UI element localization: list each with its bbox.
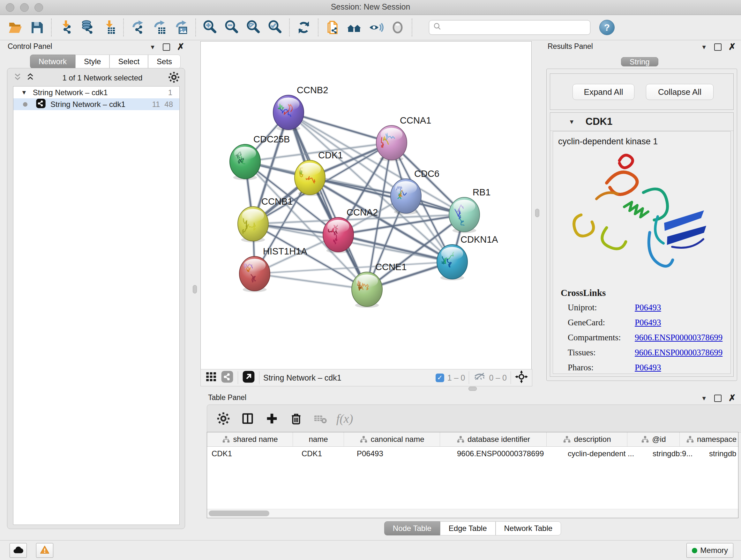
warnings-button[interactable] [36, 543, 53, 558]
collapse-all-button[interactable]: Collapse All [646, 84, 714, 100]
right-splitter-handle[interactable] [535, 209, 539, 217]
network-row[interactable]: String Network – cdk1 11 48 [13, 98, 179, 110]
pan-crosshair-icon[interactable] [515, 370, 528, 385]
column-header-shared-name[interactable]: shared name [207, 432, 293, 446]
bottom-splitter-handle[interactable] [468, 387, 477, 391]
hidden-eye-icon[interactable] [473, 370, 486, 385]
cytoscape-window: Session: New Session ? Control Panel ▼ ✗… [0, 0, 741, 560]
crosslink-row: Uniprot: P06493 [553, 300, 731, 315]
cloud-status-button[interactable] [10, 543, 27, 558]
gene-details: cyclin-dependent kinase 1 CrossLinks Uni… [553, 131, 731, 374]
table-panel-close-icon[interactable]: ✗ [729, 394, 736, 402]
network-canvas[interactable]: CCNB2 CCNA1 CDC25B CDK1 CDC6 R [200, 41, 532, 369]
control-panel-menu-icon[interactable]: ▼ [150, 44, 156, 50]
edge[interactable] [255, 273, 367, 289]
left-splitter-handle[interactable] [193, 285, 197, 294]
network-view-toolbar: String Network – cdk1 ✓ 1 – 0 0 – 0 [200, 369, 532, 386]
attribute-type-icon [359, 435, 368, 444]
refresh-view-button[interactable] [295, 19, 313, 36]
zoom-in-button[interactable] [201, 19, 219, 36]
control-panel-float-icon[interactable] [163, 44, 170, 51]
zoom-fit-button[interactable] [245, 19, 262, 36]
tab-sets[interactable]: Sets [148, 55, 181, 69]
table-panel-menu-icon[interactable]: ▼ [701, 395, 707, 401]
tab-style[interactable]: Style [75, 55, 110, 69]
tab-edge-table[interactable]: Edge Table [440, 521, 495, 536]
export-network-button[interactable] [129, 19, 146, 36]
column-header-database-identifier[interactable]: database identifier [440, 432, 547, 446]
crosslink-row: Pharos: P06493 [553, 360, 731, 375]
string-labels-button[interactable] [367, 19, 385, 36]
table-row[interactable]: CDK1CDK1P064939606.ENSP00000378699cyclin… [207, 447, 738, 461]
delete-table-icon [311, 409, 330, 428]
collapse-all-networks-icon[interactable] [12, 71, 24, 84]
crosslink-link[interactable]: P06493 [635, 303, 661, 313]
node-RB1[interactable]: RB1 [449, 187, 490, 233]
expand-all-networks-icon[interactable] [24, 71, 37, 84]
open-view-icon[interactable] [242, 370, 255, 385]
zoom-selected-button[interactable] [266, 19, 284, 36]
network-graph[interactable]: CCNB2 CCNA1 CDC25B CDK1 CDC6 R [201, 42, 531, 369]
node-CDKN1A[interactable]: CDKN1A [437, 234, 498, 280]
table-horizontal-scrollbar[interactable] [207, 509, 738, 518]
import-network-button[interactable] [57, 19, 74, 36]
network-share-icon[interactable] [220, 370, 234, 385]
export-table-button[interactable] [151, 19, 168, 36]
protein-structure-image [559, 148, 725, 282]
tab-select[interactable]: Select [110, 55, 148, 69]
create-column-icon[interactable] [263, 409, 281, 428]
open-session-button[interactable] [7, 19, 24, 36]
results-panel-float-icon[interactable] [714, 44, 722, 51]
crosslink-link[interactable]: 9606.ENSP00000378699 [635, 333, 723, 343]
export-image-button[interactable] [173, 19, 190, 36]
network-collection-row[interactable]: ▼ String Network – cdk1 1 [13, 86, 179, 98]
crosslink-row: Tissues: 9606.ENSP00000378699 [553, 345, 731, 360]
node-label-CDK1: CDK1 [318, 150, 343, 160]
string-home-button[interactable] [346, 19, 363, 36]
toolbar-divider [195, 18, 196, 37]
import-database-button[interactable] [79, 19, 96, 36]
crosslink-link[interactable]: 9606.ENSP00000378699 [635, 348, 723, 358]
string-eye-button[interactable] [389, 19, 406, 36]
node-HIST1H1A[interactable]: HIST1H1A [239, 246, 307, 292]
scrollbar-thumb[interactable] [209, 510, 269, 516]
table-panel-float-icon[interactable] [714, 395, 722, 402]
node-CCNE1[interactable]: CCNE1 [352, 262, 407, 308]
import-table-button[interactable] [100, 19, 118, 36]
zoom-out-button[interactable] [223, 19, 240, 36]
expand-all-button[interactable]: Expand All [572, 84, 634, 100]
search-input[interactable] [443, 21, 590, 34]
network-options-gear-icon[interactable] [167, 71, 180, 85]
results-panel-close-icon[interactable]: ✗ [729, 43, 736, 51]
toolbar-divider [51, 18, 52, 37]
tab-node-table[interactable]: Node Table [384, 521, 440, 536]
collection-expander-icon[interactable]: ▼ [21, 89, 27, 96]
column-header-description[interactable]: description [547, 432, 627, 446]
string-document-button[interactable] [324, 19, 341, 36]
crosslink-link[interactable]: P06493 [635, 363, 661, 373]
birds-eye-grid-icon[interactable] [205, 370, 218, 385]
table-options-gear-icon[interactable] [214, 409, 232, 428]
crosslink-label: Tissues: [568, 348, 635, 358]
column-header-@id[interactable]: @id [627, 432, 680, 446]
network-tree: ▼ String Network – cdk1 1 String Network… [13, 86, 180, 525]
memory-button[interactable]: Memory [686, 543, 733, 558]
control-panel-title: Control Panel [8, 40, 52, 53]
column-header-namespace[interactable]: namespace [680, 432, 738, 446]
gene-expander-icon[interactable]: ▼ [569, 119, 575, 125]
control-panel-close-icon[interactable]: ✗ [177, 43, 185, 51]
tab-network[interactable]: Network [30, 55, 75, 69]
results-panel-menu-icon[interactable]: ▼ [701, 44, 707, 50]
show-columns-icon[interactable] [239, 409, 257, 428]
crosslink-link[interactable]: P06493 [635, 318, 661, 327]
node-label-HIST1H1A: HIST1H1A [263, 246, 307, 256]
delete-columns-icon[interactable] [287, 409, 306, 428]
save-session-button[interactable] [28, 19, 46, 36]
help-button[interactable]: ? [599, 20, 615, 35]
column-header-name[interactable]: name [293, 432, 344, 446]
tab-network-table[interactable]: Network Table [495, 521, 561, 536]
memory-label: Memory [700, 546, 728, 555]
column-header-canonical-name[interactable]: canonical name [344, 432, 440, 446]
selected-checkbox[interactable]: ✓ [435, 374, 444, 382]
tab-string[interactable]: String [621, 57, 658, 66]
